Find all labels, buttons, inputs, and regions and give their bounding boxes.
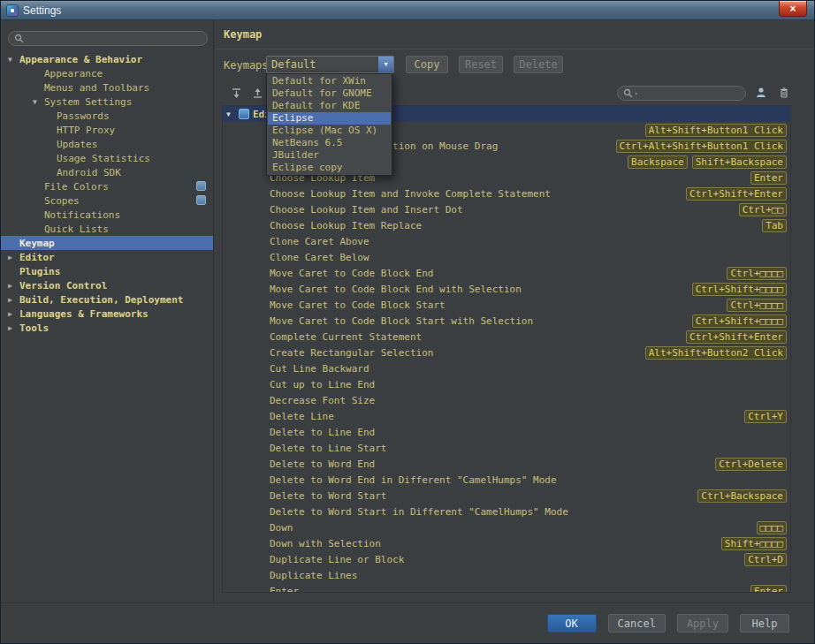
action-row-enter[interactable]: EnterEnter: [223, 583, 790, 593]
chevron-right-icon[interactable]: ▶: [8, 254, 19, 261]
sidebar-item-android-sdk[interactable]: Android SDK: [1, 165, 213, 179]
ok-button[interactable]: OK: [547, 614, 597, 633]
shortcut-badges: Ctrl+Shift+Enter: [686, 330, 787, 344]
action-row-move-caret-to-code-block-end-with-selection[interactable]: Move Caret to Code Block End with Select…: [223, 281, 790, 297]
sidebar-item-keymap[interactable]: Keymap: [1, 236, 213, 250]
action-rows: Add or Remove CaretAlt+Shift+Button1 Cli…: [223, 122, 790, 593]
titlebar[interactable]: Settings ×: [1, 1, 814, 20]
sidebar-item-build-execution-deployment[interactable]: ▶Build, Execution, Deployment: [1, 292, 213, 307]
action-row-delete-to-word-start-in-different-camelhumps-mode[interactable]: Delete to Word Start in Different "Camel…: [223, 504, 790, 519]
cancel-button[interactable]: Cancel: [608, 614, 666, 633]
action-row-down[interactable]: Down□□□□: [223, 519, 790, 535]
action-row-delete-to-line-start[interactable]: Delete to Line Start: [223, 440, 790, 456]
sidebar-item-passwords[interactable]: Passwords: [1, 109, 213, 123]
sidebar-item-http-proxy[interactable]: HTTP Proxy: [1, 123, 213, 137]
sidebar-item-quick-lists[interactable]: Quick Lists: [1, 222, 213, 236]
chevron-right-icon[interactable]: ▶: [8, 310, 19, 318]
action-row-decrease-font-size[interactable]: Decrease Font Size: [223, 392, 790, 408]
sidebar-item-usage-statistics[interactable]: Usage Statistics: [1, 151, 213, 165]
keymap-combobox[interactable]: Default ▼: [266, 56, 394, 73]
action-row-cut-up-to-line-end[interactable]: Cut up to Line End: [223, 376, 790, 392]
chevron-right-icon[interactable]: ▶: [8, 296, 19, 304]
sidebar-item-editor[interactable]: ▶Editor: [1, 250, 213, 264]
sidebar-item-tools[interactable]: ▶Tools: [1, 321, 213, 335]
dropdown-item-jbuilder[interactable]: JBuilder: [268, 149, 391, 162]
action-label: Complete Current Statement: [270, 331, 686, 343]
chevron-down-icon[interactable]: ▼: [226, 110, 235, 118]
action-search-input[interactable]: [640, 87, 740, 99]
action-row-clone-caret-above[interactable]: Clone Caret Above: [223, 233, 790, 249]
action-row-choose-lookup-item-and-invoke-complete-statement[interactable]: Choose Lookup Item and Invoke Complete S…: [223, 186, 790, 201]
action-label: Move Caret to Code Block Start with Sele…: [270, 315, 692, 327]
dropdown-item-default-for-xwin[interactable]: Default for XWin: [268, 75, 391, 87]
action-row-move-caret-to-code-block-start-with-selection[interactable]: Move Caret to Code Block Start with Sele…: [223, 313, 790, 329]
action-row-move-caret-to-code-block-start[interactable]: Move Caret to Code Block StartCtrl+□□□□: [223, 297, 790, 313]
sidebar-item-languages-frameworks[interactable]: ▶Languages & Frameworks: [1, 307, 213, 321]
shortcut-badge: Shift+□□□□: [721, 537, 787, 550]
chevron-down-icon[interactable]: ▾: [635, 90, 638, 96]
apply-button[interactable]: Apply: [677, 614, 728, 633]
sidebar-item-updates[interactable]: Updates: [1, 137, 213, 151]
expand-all-icon[interactable]: [229, 86, 243, 100]
shortcut-badges: Ctrl+Backspace: [697, 489, 787, 503]
sidebar-item-system-settings[interactable]: ▼System Settings: [1, 95, 213, 109]
sidebar-item-scopes[interactable]: Scopes: [1, 193, 213, 208]
sidebar-search[interactable]: [8, 31, 208, 46]
dropdown-item-default-for-kde[interactable]: Default for KDE: [268, 100, 391, 112]
dropdown-item-eclipse-mac-os-x[interactable]: Eclipse (Mac OS X): [268, 125, 391, 137]
action-row-delete-to-word-end[interactable]: Delete to Word EndCtrl+Delete: [223, 456, 790, 472]
action-row-choose-lookup-item-and-insert-dot[interactable]: Choose Lookup Item and Insert DotCtrl+□□: [223, 201, 790, 217]
help-button[interactable]: Help: [740, 614, 789, 633]
sidebar-item-menus-and-toolbars[interactable]: Menus and Toolbars: [1, 80, 213, 95]
dropdown-item-netbeans-6-5[interactable]: NetBeans 6.5: [268, 137, 391, 149]
reset-button[interactable]: Reset: [459, 56, 503, 73]
action-label: Duplicate Lines: [270, 570, 787, 581]
action-row-delete-line[interactable]: Delete LineCtrl+Y: [223, 408, 790, 424]
chevron-down-icon[interactable]: ▼: [377, 57, 393, 72]
action-label: Decrease Font Size: [270, 395, 787, 406]
dropdown-item-default-for-gnome[interactable]: Default for GNOME: [268, 87, 391, 100]
copy-button[interactable]: Copy: [406, 56, 448, 73]
scopes-icon: [196, 195, 206, 205]
action-row-choose-lookup-item-replace[interactable]: Choose Lookup Item ReplaceTab: [223, 217, 790, 233]
action-row-clone-caret-below[interactable]: Clone Caret Below: [223, 249, 790, 265]
action-row-down-with-selection[interactable]: Down with SelectionShift+□□□□: [223, 535, 790, 551]
sidebar-item-label: Appearance & Behavior: [19, 54, 142, 65]
action-search[interactable]: ▾: [617, 86, 746, 101]
action-row-duplicate-line-or-block[interactable]: Duplicate Line or BlockCtrl+D: [223, 551, 790, 567]
sidebar-search-input[interactable]: [27, 33, 202, 44]
action-row-cut-line-backward[interactable]: Cut Line Backward: [223, 360, 790, 376]
action-row-move-caret-to-code-block-end[interactable]: Move Caret to Code Block EndCtrl+□□□□: [223, 265, 790, 281]
action-row-duplicate-lines[interactable]: Duplicate Lines: [223, 567, 790, 583]
sidebar-item-appearance-behavior[interactable]: ▼Appearance & Behavior: [1, 52, 213, 66]
page-title: Keymap: [224, 28, 262, 41]
delete-button[interactable]: Delete: [514, 56, 563, 73]
sidebar-item-version-control[interactable]: ▶Version Control: [1, 278, 213, 292]
chevron-down-icon[interactable]: ▼: [8, 56, 19, 64]
sidebar-item-appearance[interactable]: Appearance: [1, 66, 213, 80]
shortcut-badge: Ctrl+□□: [739, 203, 787, 216]
shortcut-badge: Ctrl+Y: [744, 410, 787, 423]
action-row-create-rectangular-selection[interactable]: Create Rectangular SelectionAlt+Shift+Bu…: [223, 345, 790, 360]
shortcut-badge: Backspace: [628, 155, 688, 169]
shortcut-badges: Enter: [750, 171, 787, 185]
find-by-shortcut-icon[interactable]: [754, 86, 768, 100]
dropdown-item-eclipse-copy[interactable]: Eclipse copy: [268, 162, 391, 174]
chevron-right-icon[interactable]: ▶: [8, 282, 19, 290]
action-row-delete-to-line-end[interactable]: Delete to Line End: [223, 424, 790, 440]
action-row-complete-current-statement[interactable]: Complete Current StatementCtrl+Shift+Ent…: [223, 329, 790, 345]
chevron-down-icon[interactable]: ▼: [33, 98, 44, 106]
window-title: Settings: [23, 4, 61, 17]
action-row-delete-to-word-start[interactable]: Delete to Word StartCtrl+Backspace: [223, 488, 790, 504]
sidebar-item-plugins[interactable]: Plugins: [1, 264, 213, 278]
dropdown-item-eclipse[interactable]: Eclipse: [268, 112, 391, 125]
close-button[interactable]: ×: [779, 1, 807, 17]
action-row-delete-to-word-end-in-different-camelhumps-mode[interactable]: Delete to Word End in Different "CamelHu…: [223, 472, 790, 488]
sidebar-item-label: File Colors: [44, 181, 109, 193]
sidebar-item-file-colors[interactable]: File Colors: [1, 179, 213, 193]
collapse-all-icon[interactable]: [250, 86, 264, 100]
chevron-right-icon[interactable]: ▶: [8, 324, 19, 332]
sidebar-item-notifications[interactable]: Notifications: [1, 208, 213, 222]
trash-icon[interactable]: [777, 86, 791, 100]
sidebar-item-label: Plugins: [19, 266, 60, 277]
